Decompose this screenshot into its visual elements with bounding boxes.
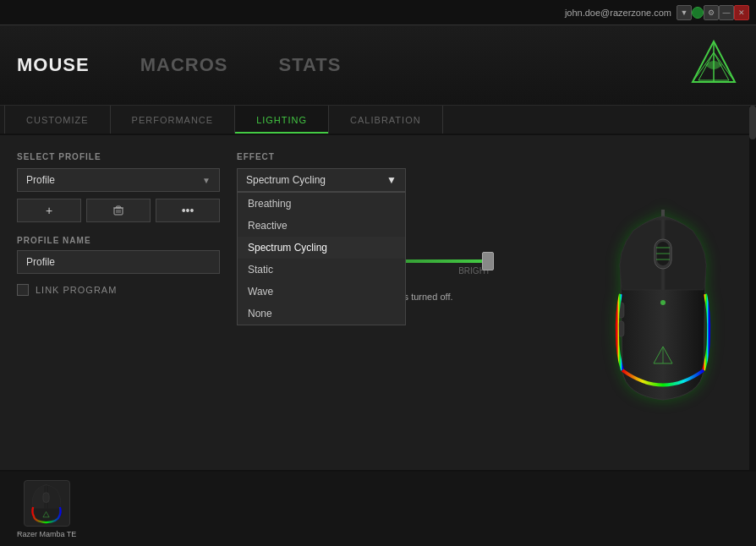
close-button[interactable]: ✕: [734, 5, 749, 20]
device-thumb-icon: [25, 482, 68, 524]
effect-option-reactive[interactable]: Reactive: [238, 215, 405, 237]
dropdown-arrow[interactable]: ▼: [677, 5, 692, 20]
profile-selected-value: Profile: [26, 174, 55, 186]
subnav-performance[interactable]: PERFORMANCE: [111, 106, 236, 134]
settings-icon[interactable]: ⚙: [704, 5, 719, 20]
add-profile-button[interactable]: +: [17, 199, 81, 222]
trash-icon: [113, 205, 123, 216]
left-panel: SELECT PROFILE Profile ▼ + ••• PROFILE N…: [17, 152, 220, 453]
top-bar: john.doe@razerzone.com ▼ ⚙ — ✕: [0, 0, 756, 25]
effect-dropdown-container: Spectrum Cycling ▼ Breathing Reactive Sp…: [237, 168, 570, 192]
profile-dropdown-arrow: ▼: [202, 176, 211, 185]
effect-label: EFFECT: [237, 152, 570, 161]
header: MOUSE MACROS STATS: [0, 25, 756, 106]
effect-option-none[interactable]: None: [238, 303, 405, 325]
bottom-bar: Razer Mamba TE: [0, 470, 756, 546]
effect-selected-value: Spectrum Cycling: [246, 174, 326, 186]
razer-logo: [688, 40, 739, 90]
delete-profile-button[interactable]: [86, 199, 151, 222]
scrollbar[interactable]: [749, 106, 756, 470]
profile-actions: + •••: [17, 199, 220, 222]
brightness-thumb[interactable]: [482, 252, 494, 270]
select-profile-label: SELECT PROFILE: [17, 152, 220, 161]
minimize-button[interactable]: —: [719, 5, 734, 20]
svg-point-23: [660, 300, 666, 305]
link-program-row: LINK PROGRAM: [17, 284, 220, 296]
profile-name-label: PROFILE NAME: [17, 236, 220, 245]
svg-rect-25: [43, 493, 49, 503]
effect-dropdown-menu: Breathing Reactive Spectrum Cycling Stat…: [237, 192, 406, 325]
mouse-illustration: [604, 210, 722, 412]
scrollbar-thumb[interactable]: [749, 106, 756, 139]
right-panel: [587, 152, 739, 453]
user-email: john.doe@razerzone.com: [565, 8, 671, 18]
link-program-label: LINK PROGRAM: [36, 285, 117, 295]
link-program-checkbox[interactable]: [17, 284, 29, 296]
nav-macros[interactable]: MACROS: [140, 54, 228, 76]
device-item-mamba-te[interactable]: Razer Mamba TE: [17, 480, 76, 538]
subnav-calibration[interactable]: CALIBRATION: [329, 106, 443, 134]
header-nav: MOUSE MACROS STATS: [17, 54, 341, 76]
effect-option-breathing[interactable]: Breathing: [238, 193, 405, 215]
sub-nav: CUSTOMIZE PERFORMANCE LIGHTING CALIBRATI…: [0, 106, 756, 135]
profile-dropdown[interactable]: Profile ▼: [17, 168, 220, 192]
middle-panel: EFFECT Spectrum Cycling ▼ Breathing Reac…: [237, 152, 570, 453]
effect-option-spectrum-cycling[interactable]: Spectrum Cycling: [238, 237, 405, 259]
status-dot: [692, 7, 704, 19]
device-name-label: Razer Mamba TE: [17, 530, 76, 538]
mouse-image: [604, 210, 722, 396]
effect-dropdown[interactable]: Spectrum Cycling ▼: [237, 168, 406, 192]
nav-stats[interactable]: STATS: [278, 54, 341, 76]
effect-option-static[interactable]: Static: [238, 259, 405, 281]
more-options-button[interactable]: •••: [156, 199, 220, 222]
device-thumbnail: [24, 480, 70, 527]
effect-option-wave[interactable]: Wave: [238, 281, 405, 303]
svg-rect-8: [117, 206, 121, 208]
subnav-customize[interactable]: CUSTOMIZE: [4, 106, 111, 134]
subnav-lighting[interactable]: LIGHTING: [235, 106, 329, 134]
nav-mouse[interactable]: MOUSE: [17, 54, 90, 76]
profile-name-input[interactable]: [17, 250, 220, 274]
effect-dropdown-arrow: ▼: [386, 174, 397, 186]
main-content: SELECT PROFILE Profile ▼ + ••• PROFILE N…: [0, 135, 756, 470]
